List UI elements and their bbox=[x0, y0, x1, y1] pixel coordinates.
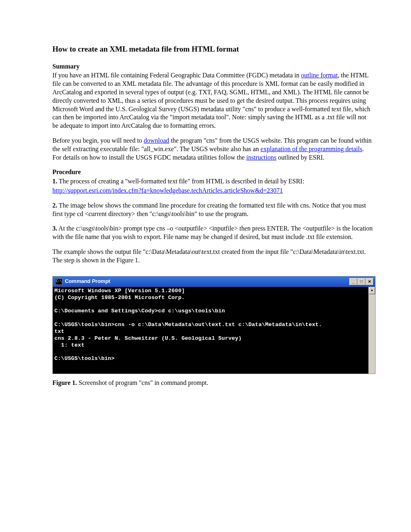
maximize-button[interactable]: □ bbox=[357, 278, 365, 285]
summary-paragraph-1: If you have an HTML file containing Fede… bbox=[52, 71, 373, 130]
command-prompt-window: C:\ Command Prompt _ □ ✕ Microsoft Windo… bbox=[52, 276, 376, 374]
figure-text: Screenshot of program "cns" in command p… bbox=[77, 379, 208, 386]
scroll-up-button[interactable]: ▲ bbox=[369, 287, 375, 294]
download-link[interactable]: download bbox=[144, 137, 169, 144]
procedure-heading: Procedure bbox=[52, 168, 81, 175]
scroll-track[interactable] bbox=[369, 294, 375, 374]
step-1-link-line: http://support.esri.com/index.cfm?fa=kno… bbox=[52, 187, 373, 195]
esri-support-link[interactable]: http://support.esri.com/index.cfm?fa=kno… bbox=[52, 187, 283, 194]
terminal-output[interactable]: Microsoft Windows XP [Version 5.1.2600] … bbox=[53, 287, 368, 374]
step-1: 1. The process of creating a "well-forma… bbox=[52, 177, 373, 186]
step-2: 2. The image below shows the command lin… bbox=[52, 202, 373, 218]
scrollbar[interactable]: ▲ bbox=[368, 287, 375, 374]
window-controls: _ □ ✕ bbox=[349, 278, 374, 285]
command-prompt-icon: C:\ bbox=[55, 278, 62, 285]
text: If you have an HTML file containing Fede… bbox=[52, 72, 301, 79]
step-number: 1. bbox=[52, 178, 57, 185]
step-text: At the c:\usgs\tools\bin> prompt type cn… bbox=[52, 225, 373, 240]
minimize-button[interactable]: _ bbox=[349, 278, 357, 285]
explanation-link[interactable]: explanation of the programming details bbox=[261, 145, 362, 152]
window-titlebar[interactable]: C:\ Command Prompt _ □ ✕ bbox=[53, 276, 375, 287]
document-page: How to create an XML metadata file from … bbox=[0, 0, 411, 418]
text: outlined by ESRI. bbox=[276, 154, 324, 161]
text: , the HTML file can be converted to an X… bbox=[52, 72, 370, 129]
summary-heading: Summary bbox=[52, 63, 80, 70]
step-text: The process of creating a "well-formatte… bbox=[57, 178, 304, 185]
figure-label: Figure 1. bbox=[52, 379, 77, 386]
example-paragraph: The example shows the output file "c:\Da… bbox=[52, 248, 373, 265]
page-title: How to create an XML metadata file from … bbox=[52, 44, 373, 54]
text: Before you begin, you will need to bbox=[52, 137, 144, 144]
step-number: 3. bbox=[52, 225, 57, 232]
instructions-link[interactable]: instructions bbox=[246, 154, 276, 161]
summary-paragraph-2: Before you begin, you will need to downl… bbox=[52, 137, 373, 162]
step-text: The image below shows the command line p… bbox=[52, 202, 366, 217]
window-title: Command Prompt bbox=[65, 278, 110, 285]
step-number: 2. bbox=[52, 202, 57, 209]
figure-caption: Figure 1. Screenshot of program "cns" in… bbox=[52, 379, 373, 387]
close-button[interactable]: ✕ bbox=[365, 278, 374, 285]
outline-format-link[interactable]: outline format bbox=[301, 72, 338, 79]
step-3: 3. At the c:\usgs\tools\bin> prompt type… bbox=[52, 224, 373, 241]
